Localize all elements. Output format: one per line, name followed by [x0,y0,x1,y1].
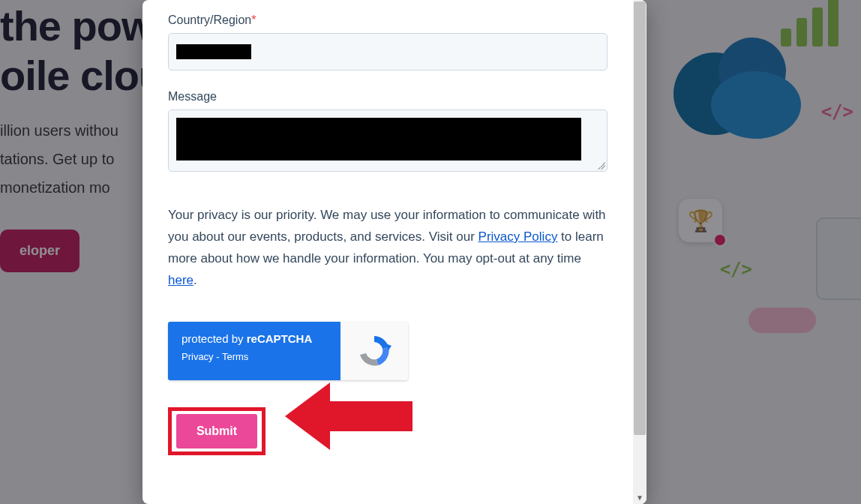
recaptcha-badge: protected by reCAPTCHA Privacy - Terms [168,322,408,380]
scrollbar-down-button[interactable]: ▼ [633,490,646,504]
opt-out-link[interactable]: here [168,273,194,287]
recaptcha-text: protected by reCAPTCHA Privacy - Terms [168,322,340,380]
recaptcha-terms-link[interactable]: Terms [222,351,248,362]
svg-marker-1 [285,382,412,450]
country-select[interactable] [168,33,608,70]
recaptcha-privacy-link[interactable]: Privacy [182,351,214,362]
country-label-text: Country/Region [168,14,251,26]
annotation-arrow-icon [285,375,420,460]
message-value-redacted [176,118,581,160]
recaptcha-logo-icon [356,332,393,370]
required-asterisk: * [251,14,256,26]
submit-highlight-box: Submit [168,407,266,455]
recaptcha-separator: - [214,351,222,362]
submit-button[interactable]: Submit [176,414,257,448]
country-label: Country/Region* [168,14,608,27]
message-textarea[interactable] [168,110,608,172]
resize-handle-icon[interactable] [598,162,605,170]
message-label: Message [168,90,608,104]
recaptcha-logo-container [340,322,408,380]
recaptcha-protected-by: protected by reCAPTCHA [182,332,327,345]
privacy-policy-link[interactable]: Privacy Policy [478,230,558,244]
privacy-text-part3: . [194,273,197,287]
country-value-redacted [176,44,251,59]
recaptcha-protected-text: protected by [182,332,247,345]
recaptcha-brand: reCAPTCHA [247,332,313,345]
recaptcha-links: Privacy - Terms [182,351,327,362]
privacy-disclaimer: Your privacy is our priority. We may use… [168,205,608,292]
scrollbar-track[interactable]: ▼ [633,0,646,504]
scrollbar-thumb[interactable] [634,2,646,435]
